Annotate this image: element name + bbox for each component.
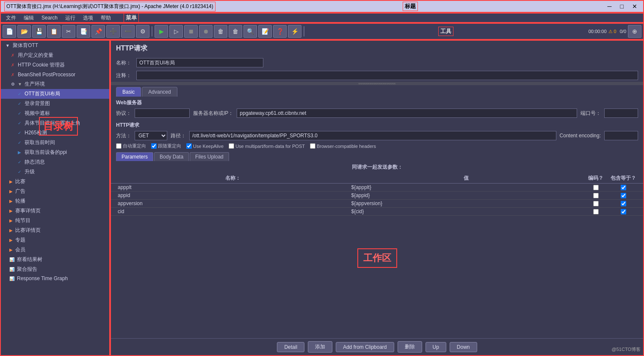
browser-compat-checkbox[interactable] [310, 143, 315, 149]
port-input[interactable] [604, 108, 638, 118]
keepalive-checkbox[interactable] [186, 143, 192, 149]
server-input[interactable] [237, 108, 577, 118]
toolbar-start-nopause[interactable]: ▷ [169, 25, 183, 38]
tree-item-result[interactable]: 📊 察看结果树 [1, 255, 109, 264]
tree-item-ottui[interactable]: ✓ OTT首页UI布局 [1, 89, 109, 99]
param-include-cb-0[interactable] [621, 185, 626, 190]
param-row-2[interactable]: appversion ${appversion} [111, 200, 643, 208]
checkbox-follow-redirect[interactable]: 跟随重定向 [151, 143, 181, 149]
toolbar-plus[interactable]: ⊕ [628, 25, 641, 38]
tree-item-prod[interactable]: ⚙ ▼ 生产环境 [1, 79, 109, 89]
tree-item-cookie[interactable]: ✗ HTTP Cookie 管理器 [1, 60, 109, 70]
tree-item-program[interactable]: ▶ 纯节目 [1, 216, 109, 225]
toolbar-shutdown[interactable]: ⏺ [199, 25, 213, 38]
param-include-1[interactable] [608, 193, 638, 198]
up-button[interactable]: Up [426, 342, 446, 352]
toolbar-open[interactable]: 📂 [17, 25, 31, 38]
tree-item-curtime[interactable]: ✓ 获取当前时间 [1, 138, 109, 147]
checkbox-multipart[interactable]: Use multipart/form-data for POST [229, 143, 305, 149]
menu-search[interactable]: Search [38, 14, 61, 22]
menu-options[interactable]: 选项 [80, 14, 97, 22]
tree-item-matchdetail[interactable]: ▶ 赛事详情页 [1, 206, 109, 216]
minimize-button[interactable]: ─ [605, 3, 614, 10]
tree-item-member[interactable]: ▶ 会员 [1, 245, 109, 255]
tree-item-static[interactable]: ✓ 静态消息 [1, 157, 109, 167]
clipboard-button[interactable]: Add from Clipboard [336, 342, 394, 352]
toolbar-extra[interactable]: ⚡ [288, 25, 301, 38]
add-button[interactable]: 添加 [308, 341, 332, 353]
checkbox-auto-redirect[interactable]: 自动重定向 [116, 143, 146, 149]
auto-redirect-checkbox[interactable] [116, 143, 122, 149]
close-button[interactable]: ✕ [630, 3, 640, 10]
toolbar-start[interactable]: ▶ [155, 25, 168, 38]
follow-redirect-checkbox[interactable] [151, 143, 157, 149]
param-encode-cb-3[interactable] [593, 209, 599, 214]
menu-run[interactable]: 运行 [62, 14, 79, 22]
checkbox-keepalive[interactable]: Use KeepAlive [186, 143, 224, 149]
delete-button[interactable]: 删除 [398, 341, 422, 353]
multipart-checkbox[interactable] [229, 143, 234, 149]
tree-item-carousel[interactable]: ▶ 轮播 [1, 196, 109, 206]
comment-input[interactable] [136, 71, 638, 80]
maximize-button[interactable]: □ [618, 3, 626, 10]
tree-item-ppi[interactable]: ▶ 获取当前设备的ppi [1, 147, 109, 157]
menu-help[interactable]: 帮助 [97, 14, 114, 22]
detail-button[interactable]: Detail [277, 342, 304, 352]
param-include-cb-1[interactable] [621, 193, 626, 198]
param-encode-3[interactable] [583, 209, 608, 214]
toolbar-new[interactable]: 📄 [3, 25, 16, 38]
tree-item-login[interactable]: ✓ 登录背景图 [1, 99, 109, 108]
toolbar-save[interactable]: 💾 [32, 25, 46, 38]
param-include-3[interactable] [608, 209, 638, 214]
toolbar-saveas[interactable]: 📋 [47, 25, 61, 38]
toolbar-remove[interactable]: ➖ [121, 25, 135, 38]
param-encode-2[interactable] [583, 201, 608, 206]
param-encode-cb-0[interactable] [593, 185, 599, 190]
tree-item-match[interactable]: ▶ 比赛 [1, 177, 109, 186]
param-row-3[interactable]: cid ${cid} [111, 208, 643, 216]
menu-edit[interactable]: 编辑 [20, 14, 37, 22]
tree-item-upgrade[interactable]: ✓ 升级 [1, 167, 109, 177]
tree-item-root[interactable]: ▼ 聚体育OTT [1, 41, 109, 50]
toolbar-clear-all[interactable]: 🗑 [229, 25, 242, 38]
encoding-input[interactable] [604, 131, 638, 140]
content-scroll[interactable]: HTTP请求 名称： 注释： ≈≈≈≈≈≈≈≈≈≈≈≈≈≈≈≈≈≈≈≈ Basi… [111, 41, 643, 338]
menu-file[interactable]: 文件 [3, 14, 19, 22]
checkbox-browser-compat[interactable]: Browser-compatible headers [310, 143, 376, 149]
param-tab-body[interactable]: Body Data [154, 152, 189, 161]
param-encode-cb-1[interactable] [593, 193, 599, 198]
path-input[interactable] [189, 131, 556, 140]
param-row-0[interactable]: appplt ${appplt} [111, 184, 643, 192]
toolbar-clear[interactable]: 🗑 [214, 25, 227, 38]
toolbar-search[interactable]: 🔍 [243, 25, 257, 38]
toolbar-paste[interactable]: 📌 [91, 25, 105, 38]
toolbar-add[interactable]: ➕ [106, 25, 120, 38]
param-include-0[interactable] [608, 185, 638, 190]
param-encode-1[interactable] [583, 193, 608, 198]
tab-advanced[interactable]: Advanced [142, 87, 177, 97]
tab-basic[interactable]: Basic [116, 87, 141, 97]
tree-item-beanshell[interactable]: ✗ BeanShell PostProcessor [1, 70, 109, 79]
tree-item-uservar[interactable]: ✗ 用户定义的变量 [1, 50, 109, 60]
param-include-cb-3[interactable] [621, 209, 626, 214]
toolbar-copy[interactable]: 📑 [77, 25, 90, 38]
protocol-input[interactable] [135, 108, 190, 118]
param-encode-0[interactable] [583, 185, 608, 190]
param-include-2[interactable] [608, 201, 638, 206]
tree-item-aggregate[interactable]: 📊 聚合报告 [1, 264, 109, 274]
toolbar-cut[interactable]: ✂ [62, 25, 75, 38]
tree-item-ads[interactable]: ▶ 广告 [1, 186, 109, 196]
toolbar-help[interactable]: ❓ [273, 25, 287, 38]
method-select[interactable]: GET POST PUT DELETE [135, 131, 167, 140]
tree-item-response[interactable]: 📊 Response Time Graph [1, 274, 109, 283]
tree-item-matchinfo[interactable]: ▶ 比赛详情页 [1, 225, 109, 235]
toolbar-stop[interactable]: ⏹ [184, 25, 198, 38]
down-button[interactable]: Down [450, 342, 477, 352]
toolbar-log[interactable]: 📝 [258, 25, 272, 38]
toolbar-config[interactable]: ⚙ [136, 25, 149, 38]
param-tab-files[interactable]: Files Upload [190, 152, 229, 161]
param-include-cb-2[interactable] [621, 201, 626, 206]
param-tab-parameters[interactable]: Parameters [116, 152, 153, 161]
tree-item-topic[interactable]: ▶ 专题 [1, 235, 109, 245]
param-encode-cb-2[interactable] [593, 201, 599, 206]
